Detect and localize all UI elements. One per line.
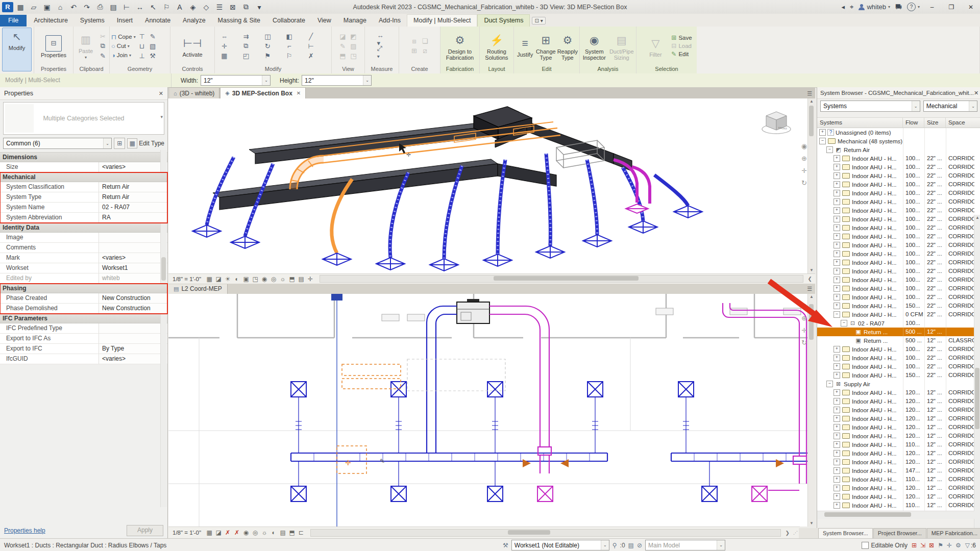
workset-select[interactable]: Workset1 (Not Editable)⌄	[511, 540, 609, 550]
browser-view-select[interactable]: Systems⌄	[820, 101, 920, 112]
beam-joins-icon[interactable]: ⊔	[137, 41, 147, 51]
ribbon-tab-analyze[interactable]: Analyze	[177, 15, 211, 27]
scale-control[interactable]: 1/8" = 1'-0"	[173, 530, 201, 536]
pin-icon[interactable]: ⚑	[263, 51, 273, 60]
system-tree-row[interactable]: +Indoor AHU - H...110...12" ...CORRIDO	[817, 440, 980, 449]
property-value[interactable]	[99, 323, 167, 333]
expand-icon[interactable]: +	[834, 450, 840, 457]
save-selection-button[interactable]: ⊞Save	[671, 34, 692, 41]
trim-corner-icon[interactable]: ⌐	[284, 41, 294, 51]
reveal-hidden-icon[interactable]: ☼	[278, 275, 287, 283]
shadows-icon[interactable]: ✗	[232, 529, 241, 537]
panel-tab-project-browser-[interactable]: Project Browser...	[873, 528, 926, 538]
system-tree-row[interactable]: +Indoor AHU - H...120...12" ...CORRIDO	[817, 423, 980, 432]
move-icon[interactable]: ✛	[219, 41, 229, 51]
expand-icon[interactable]: +	[834, 294, 840, 300]
exclude-options-icon[interactable]: ⊘	[637, 542, 642, 549]
system-tree-row[interactable]: +Indoor AHU - H...100...22" ...CORRIDO	[817, 206, 980, 215]
measure-angle-icon[interactable]: ⤢ ▾	[377, 48, 387, 57]
system-tree-row[interactable]: +Indoor AHU - H...100...22" ...CORRIDO	[817, 249, 980, 258]
view-tab-3d-whiteb[interactable]: ⌂ (3D - whiteb)	[168, 87, 219, 98]
expand-icon[interactable]: +	[834, 277, 840, 283]
selection-filter-button[interactable]: ▽ :6	[965, 542, 976, 549]
ribbon-tab-file[interactable]: File	[0, 15, 27, 27]
system-tree-row[interactable]: +Indoor AHU - H...100...22" ...CORRIDO	[817, 267, 980, 276]
temporary-view-properties-icon[interactable]: ▤	[297, 275, 306, 283]
search-icon[interactable]: ⌖	[850, 3, 853, 11]
expand-icon[interactable]: +	[834, 389, 840, 396]
expand-icon[interactable]: +	[834, 155, 840, 162]
drag-on-selection-icon[interactable]: ✛	[947, 542, 952, 549]
section-header[interactable]: IFC Parameters	[0, 314, 167, 323]
expand-icon[interactable]: +	[834, 424, 840, 431]
system-tree-row[interactable]: +?Unassigned (0 items)	[817, 128, 980, 137]
property-value[interactable]: New Construction	[99, 293, 167, 303]
plan-viewport[interactable]: ✛ ✎ ◉ ⊕ ✛ ↻ ▲ ▼	[168, 294, 815, 527]
upper-vertical-scrollbar[interactable]: ▲ ▼	[807, 98, 815, 273]
scroll-up-icon[interactable]: ▲	[974, 215, 980, 221]
scroll-right-icon[interactable]: ❮	[808, 276, 812, 282]
modify-arrow-icon[interactable]: ↖	[147, 2, 159, 13]
navigation-bar[interactable]: ◉ ⊕ ✛ ↻	[801, 142, 807, 187]
tag-by-category-icon[interactable]: ⚐	[160, 2, 173, 13]
change-type-button[interactable]: ⊞Change Type	[536, 32, 556, 61]
system-tree-row[interactable]: +Indoor AHU - H...147...12" ...CORRIDO	[817, 466, 980, 475]
expand-icon[interactable]: +	[834, 164, 840, 170]
system-tree-row[interactable]: +Indoor AHU - H...120...12" ...CORRIDO	[817, 432, 980, 440]
discipline-select[interactable]: Mechanical⌄	[923, 101, 977, 112]
zoom-icon[interactable]: ⊕	[801, 314, 807, 322]
browser-horizontal-scrollbar[interactable]	[817, 511, 974, 519]
join-geometry-button[interactable]: ◑Join▾	[111, 52, 136, 59]
worksharing-display-icon[interactable]: ◐	[269, 529, 278, 537]
system-tree-row[interactable]: +Indoor AHU - H...120...12" ...CORRIDO	[817, 388, 980, 397]
system-tree-row[interactable]: +Indoor AHU - H...100...22" ...CORRIDO	[817, 215, 980, 223]
section-header[interactable]: Identity Data	[0, 223, 167, 233]
modify-button[interactable]: ↖ Modify	[2, 28, 32, 71]
routing-solutions-button[interactable]: ⚡ Routing Solutions	[482, 32, 511, 61]
orbit-icon[interactable]: ↻	[801, 179, 807, 187]
section-icon[interactable]: ◇	[200, 2, 212, 13]
expand-icon[interactable]: +	[834, 433, 840, 439]
edit-type-button[interactable]: ▦ Edit Type	[127, 138, 164, 148]
expand-icon[interactable]: +	[834, 467, 840, 474]
match-type-icon[interactable]: ✎	[98, 51, 108, 60]
property-value[interactable]: Workset1	[99, 263, 167, 273]
expand-icon[interactable]: +	[834, 485, 840, 491]
ribbon-tab-architecture[interactable]: Architecture	[28, 15, 74, 27]
steering-wheel-cube-icon[interactable]: FRONT	[760, 110, 793, 136]
revit-logo[interactable]: R	[2, 2, 13, 12]
upper-horizontal-scrollbar[interactable]	[320, 275, 803, 283]
properties-toggle-button[interactable]: ⊟ Properties	[39, 34, 68, 58]
release-worksets-icon[interactable]: ⊞	[912, 542, 917, 549]
system-tree-row[interactable]: −◩Return Air	[817, 145, 980, 154]
ribbon-tab-massing-site[interactable]: Massing & Site	[212, 15, 266, 27]
select-pinned-icon[interactable]: ⚑	[938, 542, 943, 549]
infocenter-collapse-icon[interactable]: ◂	[842, 3, 845, 11]
collapse-icon[interactable]: −	[826, 381, 833, 387]
system-tree-row[interactable]: +Indoor AHU - H...110...12" ...CORRIDO	[817, 475, 980, 484]
system-tree-row[interactable]: +Indoor AHU - H...120...12" ...CORRIDO	[817, 397, 980, 406]
detail-level-icon[interactable]: ▦	[205, 529, 214, 537]
system-tree-row[interactable]: ▣Return ...500 ...12" ...CLASSRO	[817, 336, 980, 345]
steering-wheel-icon[interactable]: ◉	[801, 302, 807, 310]
design-to-fabrication-button[interactable]: ⚙ Design to Fabrication	[446, 32, 474, 61]
cut-geometry-button[interactable]: ○Cut▾	[111, 42, 136, 50]
panel-display-toggle[interactable]: ⊡ ▾	[532, 17, 545, 24]
redo-icon[interactable]: ↷	[81, 2, 93, 13]
system-tree-row[interactable]: +Indoor AHU - H...100...22" ...CORRIDO	[817, 180, 980, 189]
system-tree-row[interactable]: +Indoor AHU - H...100...22" ...CORRIDO	[817, 171, 980, 180]
offset-icon[interactable]: ⇉	[241, 32, 251, 41]
show-crop-icon[interactable]: ◳	[251, 275, 260, 283]
system-tree-row[interactable]: +Indoor AHU - H...120...12" ...CORRIDO	[817, 449, 980, 458]
system-tree-row[interactable]: +Indoor AHU - H...100...22" ...CORRIDO	[817, 293, 980, 302]
expand-icon[interactable]: +	[834, 251, 840, 257]
ribbon-tab-add-ins[interactable]: Add-Ins	[373, 15, 407, 27]
system-tree-row[interactable]: +Indoor AHU - H...100...22" ...CORRIDO	[817, 241, 980, 249]
expand-icon[interactable]: +	[834, 198, 840, 205]
sun-settings-icon[interactable]: ✗	[223, 529, 232, 537]
navigation-bar-lower[interactable]: ◉ ⊕ ✛ ↻	[801, 302, 807, 346]
print-icon[interactable]: ⎙	[94, 2, 106, 13]
system-tree-row[interactable]: −⊠Supply Air	[817, 380, 980, 388]
visual-style-icon[interactable]: ◪	[214, 529, 223, 537]
worksharing-display-icon[interactable]: ⬒	[287, 275, 297, 283]
